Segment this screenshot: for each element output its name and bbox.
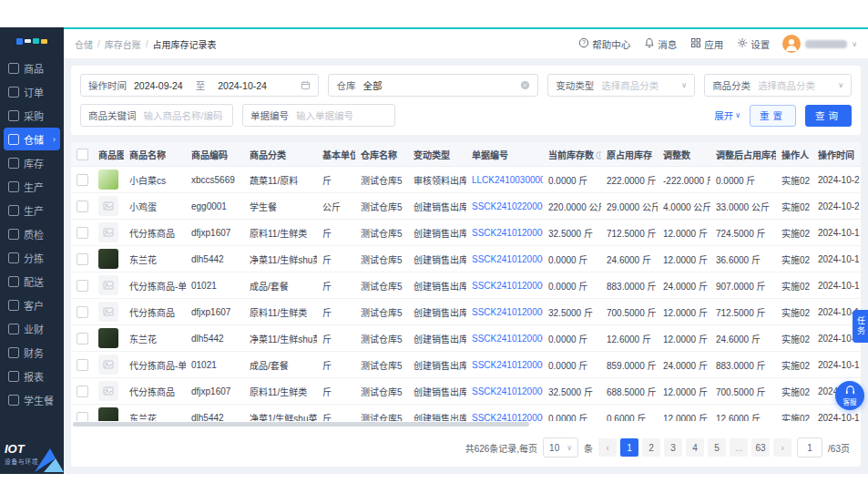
row-checkbox[interactable] [77,253,88,265]
sidebar-item-goods[interactable]: 商品 [4,57,60,79]
sidebar-item-delivery[interactable]: 配送 [4,270,60,293]
doc-link[interactable]: SSCK24101200002 [472,386,543,396]
page-button-3[interactable]: 3 [664,438,682,457]
page-jump-input[interactable]: 1 [797,437,822,458]
task-float-tab[interactable]: 任务 [853,310,868,343]
product-image[interactable] [98,355,118,375]
row-checkbox[interactable] [77,333,88,345]
breadcrumb-item[interactable]: 仓储 [75,37,93,51]
page-button-1[interactable]: 1 [620,438,638,457]
doc-link[interactable]: SSCK24101200003 [472,281,543,291]
doc-link[interactable]: SSCK24101200004 [472,228,543,238]
select-all-checkbox[interactable] [77,149,88,160]
app-logo[interactable] [0,27,64,55]
clear-icon[interactable] [520,80,530,90]
sidebar-item-label: 配送 [24,274,44,289]
customer-service-button[interactable]: 客服 [835,381,864,410]
expand-toggle[interactable]: 展开 ∨ [714,108,740,122]
settings-action[interactable]: 设置 [737,37,770,51]
product-image[interactable] [98,249,118,269]
date-range-picker[interactable]: 操作时间 2024-09-24 至 2024-10-24 [80,74,319,97]
page-button-2[interactable]: 2 [642,438,660,457]
cell-after: 883.0000 斤 [710,352,776,378]
page-button-4[interactable]: 4 [686,438,704,457]
sidebar-item-orders[interactable]: 订单 [4,80,60,103]
cell-select [71,299,93,325]
next-page-button[interactable]: › [773,438,791,457]
message-label: 消息 [658,37,677,51]
row-checkbox[interactable] [77,280,88,292]
warehouse-select[interactable]: 仓库 全部 [328,74,538,97]
category-select[interactable]: 商品分类 选择商品分类 ∨ [704,74,852,97]
search-button[interactable]: 查询 [805,105,852,127]
doc-link[interactable]: SSCK24101200002 [472,334,543,344]
doc-link[interactable]: SSCK24101200001 [472,413,543,422]
product-image[interactable] [98,407,118,421]
table-row: 小鸡蛋egg0001学生餐公斤测试仓库5创建销售出库SSCK2410220000… [71,193,861,220]
cell-op: 实施02 [776,378,812,405]
page-size-select[interactable]: 10 ∨ [543,437,578,458]
sidebar-item-reports[interactable]: 报表 [4,365,60,387]
help-action[interactable]: ?帮助中心 [578,37,630,51]
sidebar-item-production2[interactable]: 生产 [4,199,60,221]
cell-doc: SSCK24101200002 [466,352,543,378]
product-image[interactable] [98,328,118,348]
product-image[interactable] [98,196,118,216]
row-checkbox[interactable] [77,227,88,239]
page-button-63[interactable]: 63 [751,438,770,457]
page-ellipsis[interactable]: ... [730,438,748,457]
docno-input[interactable]: 单据编号 输入单据编号 [242,104,395,127]
logo-mark-yellow [41,39,47,44]
row-checkbox[interactable] [77,306,88,318]
row-checkbox[interactable] [77,201,88,212]
user-menu[interactable]: ∨ [782,35,857,53]
cell-doc: SSCK24101200002 [466,378,543,405]
sidebar-item-label: 仓储 [24,132,44,147]
sidebar-item-studentmeal[interactable]: 学生餐 [4,388,60,411]
cell-product-image [93,352,124,378]
row-checkbox[interactable] [77,412,88,422]
cell-adj: 12.0000 斤 [658,246,710,273]
product-image[interactable] [98,170,118,190]
page-button-5[interactable]: 5 [708,438,726,457]
sidebar-item-warehouse[interactable]: 仓储› [4,128,60,150]
doc-link[interactable]: SSCK24101200003 [472,307,543,317]
doc-link[interactable]: SSCK24101200003 [472,254,543,264]
sidebar-item-purchase[interactable]: 采购 [4,104,60,127]
doc-link[interactable]: SSCK24101200002 [472,360,543,370]
doc-link[interactable]: SSCK24102200001 [472,201,543,211]
sidebar-item-bizfinance[interactable]: 业财 [4,317,60,340]
reset-button[interactable]: 重置 [750,105,796,127]
scrollbar-thumb[interactable] [73,422,529,427]
table-row: 东兰花dlh5442净菜11/生鲜shu菜类...斤测试仓库5创建销售出库SSC… [71,325,861,352]
keyword-input[interactable]: 商品关键词 输入商品名称/编码 [80,104,233,127]
apps-action[interactable]: 应用 [690,37,723,51]
page-size-value: 10 [549,443,559,453]
cell-cat: 净菜11/生鲜shu菜类... [244,246,317,273]
sidebar-item-production1[interactable]: 生产 [4,175,60,198]
cell-op: 实施02 [776,167,812,193]
cell-orig: 222.0000 斤 [601,167,658,193]
product-image[interactable] [98,275,118,295]
product-image[interactable] [98,381,118,401]
table-row: 代分拣商品-单位换算01021成品/套餐斤测试仓库5创建销售出库SSCK2410… [71,352,861,378]
doc-link[interactable]: LLCK24100300001 [472,175,543,185]
table-scroll-area[interactable]: 商品图片商品名称商品编码商品分类基本单位仓库名称变动类型单据编号当前库存数原占用… [71,142,861,421]
message-action[interactable]: 消息 [644,37,677,51]
sidebar-item-customers[interactable]: 客户 [4,293,60,316]
row-checkbox[interactable] [77,386,88,397]
sidebar-item-quality[interactable]: 质检 [4,222,60,245]
sidebar-item-finance[interactable]: 财务 [4,341,60,364]
row-checkbox[interactable] [77,359,88,371]
change-type-select[interactable]: 变动类型 选择商品分类 ∨ [547,74,695,97]
prev-page-button[interactable]: ‹ [598,438,617,457]
row-checkbox[interactable] [77,174,88,186]
horizontal-scrollbar[interactable] [71,421,861,430]
sidebar-item-inventory[interactable]: 库存 [4,151,60,174]
product-image[interactable] [98,222,118,242]
product-image[interactable] [98,302,118,322]
breadcrumb-item[interactable]: 库存台账 [105,37,141,51]
page-buttons: ‹12345...63› [598,438,791,457]
cell-cat: 净菜1/生鲜shu菜类... [244,405,317,422]
sidebar-item-sorting[interactable]: 分拣 [4,246,60,269]
